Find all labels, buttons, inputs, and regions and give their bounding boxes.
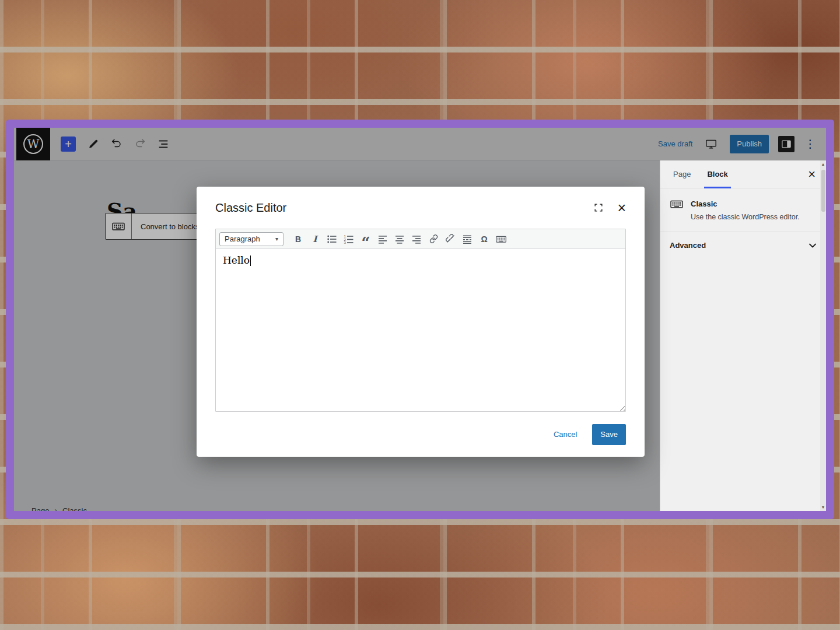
desktop-brick-wallpaper: { "colors": { "frame_purple": "#9169cb",… (0, 0, 840, 630)
tab-block[interactable]: Block (699, 160, 736, 188)
modal-header-actions: × (593, 201, 626, 215)
sidebar-scrollbar[interactable]: ▲ ▼ (820, 160, 826, 511)
keyboard-icon (495, 233, 507, 245)
modal-title: Classic Editor (215, 201, 593, 215)
tab-page[interactable]: Page (665, 160, 699, 188)
align-right-button[interactable] (408, 232, 425, 247)
align-center-button[interactable] (391, 232, 408, 247)
unlink-icon (446, 234, 456, 244)
svg-text:3: 3 (344, 241, 346, 244)
close-icon: × (617, 201, 626, 215)
classic-editor-text-area[interactable]: Hello (216, 249, 625, 404)
scrollbar-thumb[interactable] (821, 170, 825, 212)
toolbar-toggle-button[interactable] (493, 232, 509, 247)
numbered-list-icon: 123 (344, 234, 354, 244)
bold-button[interactable]: B (290, 232, 306, 247)
paragraph-format-select[interactable]: Paragraph ▾ (219, 232, 284, 246)
special-character-button[interactable]: Ω (476, 232, 492, 247)
editor-text: Hello (223, 254, 250, 266)
editor-status-bar (216, 404, 625, 411)
modal-dim-overlay-header (14, 128, 826, 160)
bulleted-list-button[interactable] (324, 232, 340, 247)
special-character-icon: Ω (481, 235, 487, 244)
insert-link-button[interactable] (425, 232, 442, 247)
dropdown-caret-icon: ▾ (275, 236, 278, 242)
close-modal-button[interactable]: × (617, 201, 626, 215)
chevron-down-icon (808, 243, 817, 248)
scroll-up-arrow-icon[interactable]: ▲ (821, 162, 825, 166)
format-select-value: Paragraph (225, 235, 260, 243)
modal-footer: Cancel Save (197, 412, 645, 457)
purple-window-frame: W + Save draft (6, 120, 834, 519)
classic-editor-modal: Classic Editor × Paragraph ▾ B I (197, 187, 645, 457)
modal-header: Classic Editor × (197, 187, 645, 229)
keyboard-icon (670, 197, 684, 223)
text-cursor (250, 256, 251, 266)
sidebar-tabs: Page Block × (660, 160, 826, 188)
read-more-icon (462, 234, 473, 244)
fullscreen-icon (593, 202, 604, 214)
scroll-down-arrow-icon[interactable]: ▼ (821, 505, 825, 509)
align-left-button[interactable] (374, 232, 391, 247)
block-card-text: Classic Use the classic WordPress editor… (691, 197, 817, 223)
close-icon: × (808, 167, 816, 181)
settings-sidebar: Page Block × Classic Use the classic Wor… (660, 160, 826, 511)
block-card-description: Use the classic WordPress editor. (691, 212, 817, 223)
align-center-icon (394, 234, 405, 244)
resize-grip[interactable] (618, 404, 625, 411)
align-left-icon (377, 234, 388, 244)
tinymce-editor: Paragraph ▾ B I 123 “ (215, 229, 626, 412)
tinymce-toolbar: Paragraph ▾ B I 123 “ (216, 229, 625, 249)
bold-icon: B (295, 235, 301, 244)
italic-button[interactable]: I (307, 232, 323, 247)
wordpress-editor-window: W + Save draft (14, 128, 826, 511)
bulleted-list-icon (327, 234, 337, 244)
block-card-title: Classic (691, 197, 817, 208)
numbered-list-button[interactable]: 123 (341, 232, 357, 247)
advanced-panel-toggle[interactable]: Advanced (660, 232, 826, 258)
align-right-icon (411, 234, 422, 244)
link-icon (429, 234, 439, 244)
fullscreen-button[interactable] (593, 202, 604, 214)
save-button[interactable]: Save (592, 424, 626, 445)
blockquote-button[interactable]: “ (358, 232, 374, 247)
read-more-button[interactable] (459, 232, 475, 247)
close-sidebar-button[interactable]: × (808, 168, 816, 181)
italic-icon: I (313, 234, 317, 244)
blockquote-icon: “ (362, 234, 370, 244)
block-card: Classic Use the classic WordPress editor… (660, 188, 826, 232)
cancel-button[interactable]: Cancel (554, 430, 577, 439)
advanced-panel-label: Advanced (670, 241, 706, 250)
remove-link-button[interactable] (442, 232, 459, 247)
